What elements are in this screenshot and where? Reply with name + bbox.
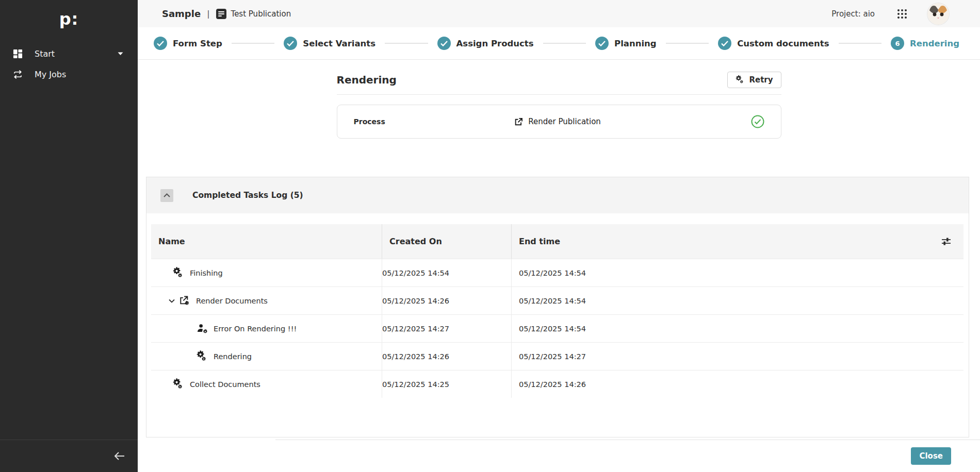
open-in-new-icon [513, 117, 523, 127]
check-icon [718, 37, 731, 50]
gears-icon [736, 75, 744, 85]
table-row[interactable]: Error On Rendering !!! 05/12/2025 14:27 … [151, 314, 963, 342]
retry-button[interactable]: Retry [727, 72, 781, 88]
step-rendering[interactable]: 6 Rendering [891, 37, 959, 50]
tasks-log-header: Completed Tasks Log (5) [146, 177, 969, 213]
step-select-variants[interactable]: Select Variants [284, 37, 375, 50]
check-icon [284, 37, 297, 50]
rendering-section-header: Rendering Retry [337, 72, 781, 95]
step-number-badge: 6 [891, 37, 904, 50]
expand-row-chevron-icon[interactable] [169, 299, 175, 303]
tasks-log-title: Completed Tasks Log (5) [192, 191, 303, 200]
process-link[interactable]: Render Publication [513, 117, 601, 127]
step-planning[interactable]: Planning [595, 37, 657, 50]
collapse-sidebar-icon[interactable] [115, 452, 125, 460]
chevron-down-icon [118, 52, 123, 56]
dashboard-icon [13, 49, 23, 59]
step-connector [232, 43, 275, 44]
check-icon [595, 37, 609, 50]
publication-icon [216, 9, 226, 19]
apps-grid-icon[interactable] [896, 8, 908, 20]
step-connector [666, 43, 709, 44]
title-divider: | [207, 9, 209, 19]
sidebar-menu: Start My Jobs [0, 43, 138, 85]
step-assign-products[interactable]: Assign Products [437, 37, 534, 50]
repeat-icon [13, 70, 23, 79]
sidebar-footer [0, 440, 138, 472]
top-bar: Sample | Test Publication Project: aio [138, 0, 980, 27]
column-header-name: Name [151, 237, 382, 246]
user-avatar[interactable] [927, 3, 949, 25]
gears-icon [173, 378, 184, 391]
render-gear-icon [179, 295, 190, 307]
rendering-section: Rendering Retry Process [337, 60, 781, 139]
filter-columns-icon[interactable] [941, 236, 952, 247]
table-row[interactable]: Finishing 05/12/2025 14:54 05/12/2025 14… [151, 259, 963, 286]
check-icon [154, 37, 167, 50]
section-title: Rendering [337, 74, 397, 86]
table-header-row: Name Created On End time [151, 224, 963, 259]
step-connector [385, 43, 428, 44]
column-header-end: End time [511, 224, 963, 259]
table-row[interactable]: Collect Documents 05/12/2025 14:25 05/12… [151, 370, 963, 398]
wizard-stepper: Form Step Select Variants Assign Product… [138, 27, 980, 60]
success-check-icon [751, 115, 764, 128]
column-header-created: Created On [382, 224, 511, 259]
sidebar-item-label: Start [35, 49, 55, 59]
tasks-table: Name Created On End time [151, 224, 963, 398]
top-bar-right: Project: aio [831, 3, 949, 25]
sidebar-item-my-jobs[interactable]: My Jobs [0, 64, 138, 85]
chevron-up-icon [164, 193, 170, 197]
user-gear-icon [197, 323, 208, 334]
main-area: Sample | Test Publication Project: aio [138, 0, 980, 472]
gears-icon [173, 267, 184, 279]
sidebar-item-start[interactable]: Start [0, 43, 138, 64]
check-icon [437, 37, 451, 50]
table-row[interactable]: Render Documents 05/12/2025 14:26 05/12/… [151, 286, 963, 314]
step-form-step[interactable]: Form Step [154, 37, 222, 50]
step-custom-documents[interactable]: Custom documents [718, 37, 829, 50]
table-row[interactable]: Rendering 05/12/2025 14:26 05/12/2025 14… [151, 342, 963, 370]
close-button[interactable]: Close [911, 447, 951, 465]
sidebar: p: Start My Jobs [0, 0, 138, 472]
completed-tasks-panel: Completed Tasks Log (5) Name Created On … [146, 177, 969, 437]
sidebar-item-label: My Jobs [35, 70, 66, 79]
step-connector [543, 43, 586, 44]
project-label: Project: aio [831, 9, 875, 19]
gears-icon [197, 350, 208, 363]
process-card: Process Render Publication [337, 105, 781, 139]
process-label: Process [354, 117, 385, 126]
app-logo: p: [0, 9, 138, 29]
page-title: Sample [162, 8, 201, 19]
content-area: Rendering Retry Process [138, 60, 980, 440]
step-connector [839, 43, 882, 44]
application-window: p: Start My Jobs [0, 0, 980, 472]
footer-bar: Close [275, 440, 980, 472]
collapse-panel-button[interactable] [160, 189, 173, 202]
publication-name: Test Publication [231, 9, 291, 19]
